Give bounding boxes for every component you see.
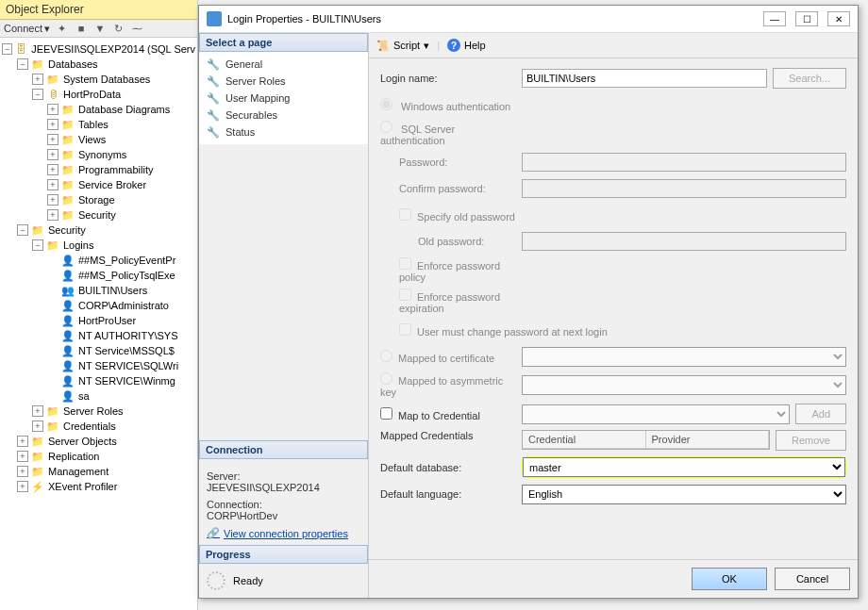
server-icon: 🗄	[14, 42, 28, 56]
cancel-button[interactable]: Cancel	[775, 568, 850, 590]
collapse-icon[interactable]: −	[32, 239, 43, 251]
mapped-cert-radio	[380, 350, 392, 362]
expand-icon[interactable]: +	[17, 481, 28, 492]
page-server-roles[interactable]: 🔧Server Roles	[203, 73, 364, 90]
servicebroker-node[interactable]: +📁Service Broker	[0, 177, 197, 192]
serverroles-node[interactable]: +📁Server Roles	[0, 404, 197, 419]
view-connection-link[interactable]: 🔗View connection properties	[207, 527, 360, 539]
wrench-icon: 🔧	[207, 108, 220, 122]
expand-icon[interactable]: +	[47, 179, 58, 190]
login-item[interactable]: 👤sa	[0, 388, 197, 404]
databases-node[interactable]: −📁Databases	[0, 57, 197, 72]
login-name-input[interactable]	[522, 69, 767, 88]
storage-node[interactable]: +📁Storage	[0, 192, 197, 207]
login-item[interactable]: 👤NT AUTHORITY\SYS	[0, 328, 197, 343]
page-securables[interactable]: 🔧Securables	[203, 107, 364, 124]
login-item[interactable]: 👤NT Service\MSSQL$	[0, 343, 197, 358]
maximize-button[interactable]: ☐	[795, 11, 818, 26]
sql-auth-radio-row: SQL Server authentication	[380, 121, 522, 146]
collapse-icon[interactable]: −	[17, 58, 28, 70]
progress-row: Ready	[199, 564, 368, 598]
specify-old-row: Specify old password	[380, 208, 522, 223]
expand-icon[interactable]: +	[32, 74, 43, 85]
db-diagrams-node[interactable]: +📁Database Diagrams	[0, 102, 197, 117]
must-change-checkbox	[399, 323, 411, 336]
security-node[interactable]: −📁Security	[0, 223, 197, 238]
expand-icon[interactable]: +	[47, 134, 58, 145]
collapse-icon[interactable]: −	[17, 224, 28, 236]
expand-icon[interactable]: +	[47, 209, 58, 221]
default-database-select[interactable]: master	[523, 457, 845, 477]
dialog-toolbar: 📜Script ▾ | ?Help	[369, 33, 858, 58]
mapped-creds-table[interactable]: Credential Provider	[522, 430, 770, 450]
collapse-icon[interactable]: −	[2, 43, 12, 55]
activity-icon[interactable]: ⁓	[131, 22, 144, 35]
logins-node[interactable]: −📁Logins	[0, 238, 197, 253]
folder-icon: 📁	[45, 239, 60, 252]
dialog-titlebar[interactable]: Login Properties - BUILTIN\Users — ☐ ✕	[199, 6, 858, 33]
security-db-node[interactable]: +📁Security	[0, 207, 197, 223]
expand-icon[interactable]: +	[47, 119, 58, 130]
credentials-node[interactable]: +📁Credentials	[0, 419, 197, 434]
refresh-icon[interactable]: ↻	[112, 22, 125, 35]
page-user-mapping[interactable]: 🔧User Mapping	[203, 90, 364, 107]
server-value: JEEVESII\SQLEXP2014	[207, 482, 360, 493]
system-databases-node[interactable]: +📁System Databases	[0, 72, 197, 87]
close-button[interactable]: ✕	[827, 11, 850, 26]
expand-icon[interactable]: +	[32, 420, 43, 432]
folder-icon: 📁	[30, 450, 45, 463]
connect-dropdown[interactable]: Connect▾	[4, 23, 50, 35]
folder-icon: 📁	[30, 223, 45, 237]
folder-icon: 📁	[60, 133, 75, 146]
replication-node[interactable]: +📁Replication	[0, 449, 197, 464]
login-item[interactable]: 👤CORP\Administrato	[0, 298, 197, 313]
synonyms-node[interactable]: +📁Synonyms	[0, 147, 197, 162]
login-item[interactable]: 👤NT SERVICE\Winmg	[0, 373, 197, 388]
expand-icon[interactable]: +	[32, 405, 43, 417]
script-icon: 📜	[376, 40, 390, 52]
disconnect-icon[interactable]: ✦	[56, 22, 69, 35]
cred-select	[522, 404, 790, 424]
filter-icon[interactable]: ▼	[93, 22, 107, 35]
expand-icon[interactable]: +	[47, 194, 58, 206]
login-icon: 👤	[60, 299, 75, 312]
stop-icon[interactable]: ■	[75, 22, 88, 35]
help-button[interactable]: ?Help	[447, 39, 486, 52]
xevent-node[interactable]: +⚡XEvent Profiler	[0, 479, 197, 494]
login-icon: 👤	[60, 269, 75, 282]
folder-icon: 📁	[60, 178, 75, 191]
expand-icon[interactable]: +	[47, 149, 58, 160]
map-cred-checkbox[interactable]	[380, 407, 392, 420]
ok-button[interactable]: OK	[692, 568, 767, 590]
tables-node[interactable]: +📁Tables	[0, 117, 197, 132]
default-language-select[interactable]: English	[522, 485, 846, 504]
mapped-asym-row: Mapped to asymmetric key	[380, 372, 522, 398]
hortprodata-node[interactable]: −🛢HortProData	[0, 87, 197, 102]
select-page-header: Select a page	[199, 33, 368, 52]
expand-icon[interactable]: +	[47, 164, 58, 175]
login-name-label: Login name:	[380, 73, 522, 84]
login-item[interactable]: 👤NT SERVICE\SQLWri	[0, 358, 197, 373]
collapse-icon[interactable]: −	[32, 89, 43, 100]
management-node[interactable]: +📁Management	[0, 464, 197, 479]
views-node[interactable]: +📁Views	[0, 132, 197, 147]
script-dropdown[interactable]: 📜Script ▾	[376, 40, 429, 52]
login-item[interactable]: 👤##MS_PolicyTsqlExe	[0, 268, 197, 283]
page-general[interactable]: 🔧General	[203, 56, 364, 73]
folder-icon: 📁	[30, 435, 45, 448]
login-item[interactable]: 👥BUILTIN\Users	[0, 283, 197, 298]
expand-icon[interactable]: +	[17, 451, 28, 462]
spinner-icon	[207, 571, 225, 590]
expand-icon[interactable]: +	[17, 466, 28, 477]
login-item[interactable]: 👤##MS_PolicyEventPr	[0, 253, 197, 268]
expand-icon[interactable]: +	[17, 436, 28, 447]
expand-icon[interactable]: +	[47, 104, 58, 115]
server-node[interactable]: −🗄JEEVESII\SQLEXP2014 (SQL Serv	[0, 41, 197, 57]
minimize-button[interactable]: —	[763, 11, 786, 26]
serverobjects-node[interactable]: +📁Server Objects	[0, 434, 197, 449]
programmability-node[interactable]: +📁Programmability	[0, 162, 197, 177]
dialog-title-text: Login Properties - BUILTIN\Users	[227, 13, 381, 25]
login-item[interactable]: 👤HortProUser	[0, 313, 197, 328]
page-list: 🔧General 🔧Server Roles 🔧User Mapping 🔧Se…	[199, 52, 368, 144]
page-status[interactable]: 🔧Status	[203, 124, 364, 140]
